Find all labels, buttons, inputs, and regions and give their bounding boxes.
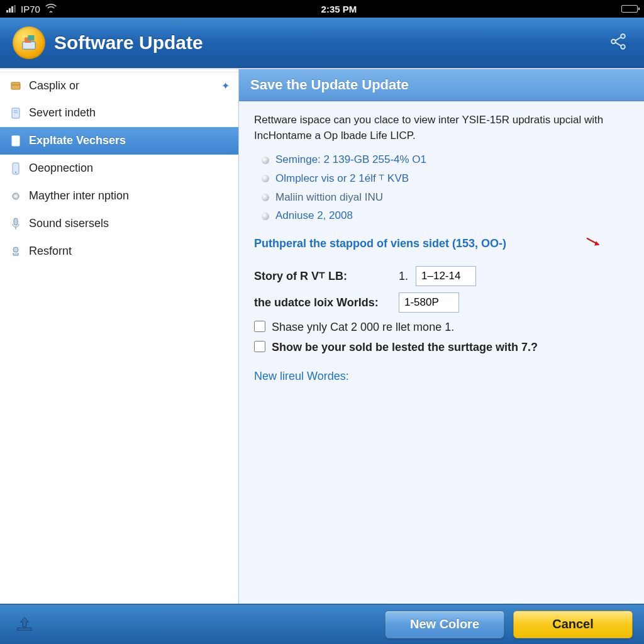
sidebar-item-label: Sound sisersels: [29, 217, 109, 230]
new-colore-button[interactable]: New Colore: [385, 611, 504, 638]
sidebar-item-mayther[interactable]: Mayther inter nption: [0, 182, 238, 210]
checkbox-2-label: Show be your sold be lested the surttage…: [272, 339, 538, 355]
sidebar-item-casplix[interactable]: Casplix or ✦: [0, 72, 238, 99]
svg-rect-21: [18, 628, 31, 630]
sidebar-item-oeopnection[interactable]: Oeopnection: [0, 155, 238, 182]
device-status-bar: IP70 2:35 PM: [0, 0, 644, 18]
clock: 2:35 PM: [57, 4, 621, 14]
svg-point-5: [621, 45, 625, 49]
sidebar-item-label: Mayther inter nption: [29, 189, 129, 203]
sidebar-item-label: Severt indeth: [29, 106, 96, 119]
sidebar-item-label: Casplix or: [29, 79, 79, 92]
field2-label: the udatce loix Worlds:: [254, 294, 399, 311]
device-icon: [9, 162, 23, 175]
signal-icon: [6, 5, 16, 13]
sidebar-item-explitate[interactable]: Expltate Vechsers: [0, 127, 238, 155]
mic-icon: [9, 218, 23, 230]
svg-point-16: [14, 195, 17, 197]
app-logo-icon: [13, 26, 45, 59]
sidebar-item-label: Resfornt: [29, 245, 72, 258]
share-button[interactable]: [605, 28, 631, 57]
field1-static: 1.: [399, 268, 408, 284]
svg-line-6: [615, 36, 621, 40]
arrow-icon: [585, 234, 604, 253]
svg-line-7: [615, 42, 621, 46]
box-icon: [9, 80, 23, 91]
list-item: Adniuse 2, 2008: [262, 208, 629, 224]
field2-input[interactable]: [399, 292, 459, 313]
doc-icon: [9, 108, 23, 119]
footer-bar: New Colore Cancel: [0, 604, 644, 644]
sidebar-item-sound[interactable]: Sound sisersels: [0, 210, 238, 238]
sidebar-item-label: Expltate Vechsers: [29, 134, 126, 147]
svg-point-14: [15, 171, 16, 172]
app-title: Software Update: [54, 32, 203, 53]
pin-icon: ✦: [221, 80, 230, 92]
content-title: Save the Update Update: [239, 69, 644, 101]
app-header: Software Update: [0, 18, 644, 68]
gear-icon: [9, 191, 23, 202]
checkbox-2[interactable]: [254, 341, 265, 352]
page-icon: [9, 135, 23, 147]
svg-point-3: [621, 34, 625, 38]
field1-input[interactable]: [416, 266, 476, 286]
svg-rect-8: [11, 82, 20, 89]
svg-rect-9: [12, 108, 19, 118]
svg-point-18: [13, 247, 18, 252]
battery-icon: [621, 5, 638, 13]
svg-rect-0: [23, 42, 35, 49]
svg-rect-12: [12, 136, 19, 146]
carrier-label: IP70: [21, 4, 40, 14]
list-item: Olmplecr vis or 2 1élf ⸆ KVB: [262, 171, 629, 187]
checkbox-1-label: Shase ynly Cat 2 000 re llet mone 1.: [272, 319, 454, 335]
svg-point-4: [611, 39, 616, 43]
new-words-link[interactable]: New lireul Wordes:: [254, 368, 349, 384]
svg-rect-2: [28, 35, 34, 41]
upload-button[interactable]: [11, 611, 38, 638]
wifi-icon: [45, 4, 57, 14]
field1-label: Story of R V⸆ LB:: [254, 268, 399, 284]
svg-rect-17: [14, 218, 18, 225]
list-item: Seminge: 2 139-GB 255-4% O1: [262, 152, 629, 168]
sidebar-item-resfornt[interactable]: Resfornt: [0, 238, 238, 265]
sidebar-item-label: Oeopnection: [29, 162, 93, 175]
sidebar-item-severt[interactable]: Severt indeth: [0, 99, 238, 127]
cancel-button[interactable]: Cancel: [513, 611, 633, 638]
content-pane: Save the Update Update Rettware ispace c…: [239, 69, 644, 604]
info-list: Seminge: 2 139-GB 255-4% O1 Olmplecr vis…: [262, 152, 629, 224]
intro-text: Rettware ispace can you clace to view in…: [254, 113, 629, 143]
checkbox-1[interactable]: [254, 321, 265, 332]
list-item: Maliin wittion diyal INU: [262, 190, 629, 206]
sidebar: Casplix or ✦ Severt indeth Expltate Vech…: [0, 69, 239, 604]
expand-link[interactable]: Puthperal the stappod of viens sidet (15…: [254, 234, 629, 253]
cam-icon: [9, 246, 23, 257]
